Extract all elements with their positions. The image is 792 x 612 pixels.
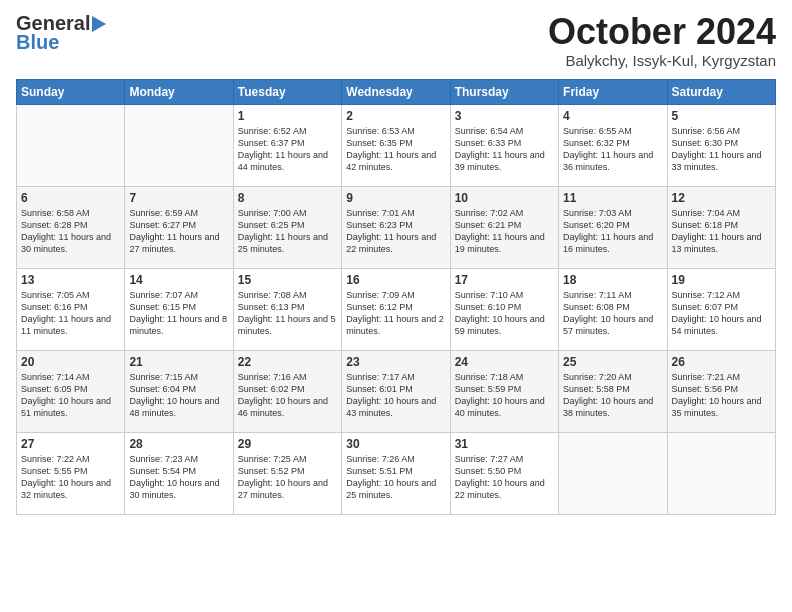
- month-title: October 2024: [548, 12, 776, 52]
- weekday-header-monday: Monday: [125, 79, 233, 104]
- day-number: 23: [346, 355, 445, 369]
- day-cell: 4Sunrise: 6:55 AM Sunset: 6:32 PM Daylig…: [559, 104, 667, 186]
- day-info: Sunrise: 7:27 AM Sunset: 5:50 PM Dayligh…: [455, 453, 554, 502]
- day-cell: 3Sunrise: 6:54 AM Sunset: 6:33 PM Daylig…: [450, 104, 558, 186]
- day-info: Sunrise: 7:01 AM Sunset: 6:23 PM Dayligh…: [346, 207, 445, 256]
- week-row-4: 27Sunrise: 7:22 AM Sunset: 5:55 PM Dayli…: [17, 432, 776, 514]
- day-number: 21: [129, 355, 228, 369]
- day-cell: 23Sunrise: 7:17 AM Sunset: 6:01 PM Dayli…: [342, 350, 450, 432]
- day-info: Sunrise: 6:55 AM Sunset: 6:32 PM Dayligh…: [563, 125, 662, 174]
- day-info: Sunrise: 6:54 AM Sunset: 6:33 PM Dayligh…: [455, 125, 554, 174]
- day-number: 25: [563, 355, 662, 369]
- day-cell: 16Sunrise: 7:09 AM Sunset: 6:12 PM Dayli…: [342, 268, 450, 350]
- header: General Blue October 2024 Balykchy, Issy…: [16, 12, 776, 69]
- weekday-header-wednesday: Wednesday: [342, 79, 450, 104]
- week-row-3: 20Sunrise: 7:14 AM Sunset: 6:05 PM Dayli…: [17, 350, 776, 432]
- week-row-1: 6Sunrise: 6:58 AM Sunset: 6:28 PM Daylig…: [17, 186, 776, 268]
- day-number: 31: [455, 437, 554, 451]
- day-number: 4: [563, 109, 662, 123]
- day-cell: 15Sunrise: 7:08 AM Sunset: 6:13 PM Dayli…: [233, 268, 341, 350]
- day-info: Sunrise: 7:26 AM Sunset: 5:51 PM Dayligh…: [346, 453, 445, 502]
- day-number: 22: [238, 355, 337, 369]
- day-cell: 18Sunrise: 7:11 AM Sunset: 6:08 PM Dayli…: [559, 268, 667, 350]
- day-number: 19: [672, 273, 771, 287]
- day-info: Sunrise: 7:12 AM Sunset: 6:07 PM Dayligh…: [672, 289, 771, 338]
- weekday-header-tuesday: Tuesday: [233, 79, 341, 104]
- day-number: 12: [672, 191, 771, 205]
- day-info: Sunrise: 7:03 AM Sunset: 6:20 PM Dayligh…: [563, 207, 662, 256]
- page-container: General Blue October 2024 Balykchy, Issy…: [0, 0, 792, 523]
- day-number: 24: [455, 355, 554, 369]
- location: Balykchy, Issyk-Kul, Kyrgyzstan: [548, 52, 776, 69]
- weekday-header-saturday: Saturday: [667, 79, 775, 104]
- day-info: Sunrise: 6:52 AM Sunset: 6:37 PM Dayligh…: [238, 125, 337, 174]
- weekday-header-sunday: Sunday: [17, 79, 125, 104]
- day-number: 3: [455, 109, 554, 123]
- day-number: 15: [238, 273, 337, 287]
- day-cell: 5Sunrise: 6:56 AM Sunset: 6:30 PM Daylig…: [667, 104, 775, 186]
- day-info: Sunrise: 7:02 AM Sunset: 6:21 PM Dayligh…: [455, 207, 554, 256]
- day-info: Sunrise: 7:23 AM Sunset: 5:54 PM Dayligh…: [129, 453, 228, 502]
- day-cell: 22Sunrise: 7:16 AM Sunset: 6:02 PM Dayli…: [233, 350, 341, 432]
- day-cell: 13Sunrise: 7:05 AM Sunset: 6:16 PM Dayli…: [17, 268, 125, 350]
- day-info: Sunrise: 7:05 AM Sunset: 6:16 PM Dayligh…: [21, 289, 120, 338]
- week-row-2: 13Sunrise: 7:05 AM Sunset: 6:16 PM Dayli…: [17, 268, 776, 350]
- day-cell: 2Sunrise: 6:53 AM Sunset: 6:35 PM Daylig…: [342, 104, 450, 186]
- day-cell: 11Sunrise: 7:03 AM Sunset: 6:20 PM Dayli…: [559, 186, 667, 268]
- day-number: 29: [238, 437, 337, 451]
- day-number: 27: [21, 437, 120, 451]
- day-info: Sunrise: 7:18 AM Sunset: 5:59 PM Dayligh…: [455, 371, 554, 420]
- day-number: 5: [672, 109, 771, 123]
- day-cell: 7Sunrise: 6:59 AM Sunset: 6:27 PM Daylig…: [125, 186, 233, 268]
- day-cell: 8Sunrise: 7:00 AM Sunset: 6:25 PM Daylig…: [233, 186, 341, 268]
- day-cell: 26Sunrise: 7:21 AM Sunset: 5:56 PM Dayli…: [667, 350, 775, 432]
- day-number: 30: [346, 437, 445, 451]
- day-number: 1: [238, 109, 337, 123]
- logo-arrow-icon: [92, 16, 106, 32]
- day-cell: 20Sunrise: 7:14 AM Sunset: 6:05 PM Dayli…: [17, 350, 125, 432]
- day-info: Sunrise: 7:07 AM Sunset: 6:15 PM Dayligh…: [129, 289, 228, 338]
- day-number: 17: [455, 273, 554, 287]
- day-cell: 24Sunrise: 7:18 AM Sunset: 5:59 PM Dayli…: [450, 350, 558, 432]
- day-cell: 17Sunrise: 7:10 AM Sunset: 6:10 PM Dayli…: [450, 268, 558, 350]
- day-cell: [17, 104, 125, 186]
- weekday-header-row: SundayMondayTuesdayWednesdayThursdayFrid…: [17, 79, 776, 104]
- day-cell: 19Sunrise: 7:12 AM Sunset: 6:07 PM Dayli…: [667, 268, 775, 350]
- day-cell: 12Sunrise: 7:04 AM Sunset: 6:18 PM Dayli…: [667, 186, 775, 268]
- day-info: Sunrise: 7:08 AM Sunset: 6:13 PM Dayligh…: [238, 289, 337, 338]
- weekday-header-friday: Friday: [559, 79, 667, 104]
- calendar-body: 1Sunrise: 6:52 AM Sunset: 6:37 PM Daylig…: [17, 104, 776, 514]
- day-cell: 1Sunrise: 6:52 AM Sunset: 6:37 PM Daylig…: [233, 104, 341, 186]
- day-info: Sunrise: 7:10 AM Sunset: 6:10 PM Dayligh…: [455, 289, 554, 338]
- day-number: 28: [129, 437, 228, 451]
- day-info: Sunrise: 7:20 AM Sunset: 5:58 PM Dayligh…: [563, 371, 662, 420]
- day-info: Sunrise: 7:22 AM Sunset: 5:55 PM Dayligh…: [21, 453, 120, 502]
- day-cell: [559, 432, 667, 514]
- day-cell: 27Sunrise: 7:22 AM Sunset: 5:55 PM Dayli…: [17, 432, 125, 514]
- day-info: Sunrise: 7:15 AM Sunset: 6:04 PM Dayligh…: [129, 371, 228, 420]
- day-info: Sunrise: 6:56 AM Sunset: 6:30 PM Dayligh…: [672, 125, 771, 174]
- day-number: 20: [21, 355, 120, 369]
- day-number: 16: [346, 273, 445, 287]
- day-cell: 21Sunrise: 7:15 AM Sunset: 6:04 PM Dayli…: [125, 350, 233, 432]
- day-number: 14: [129, 273, 228, 287]
- day-cell: [125, 104, 233, 186]
- day-info: Sunrise: 7:25 AM Sunset: 5:52 PM Dayligh…: [238, 453, 337, 502]
- day-info: Sunrise: 6:58 AM Sunset: 6:28 PM Dayligh…: [21, 207, 120, 256]
- day-info: Sunrise: 6:59 AM Sunset: 6:27 PM Dayligh…: [129, 207, 228, 256]
- day-number: 8: [238, 191, 337, 205]
- day-number: 7: [129, 191, 228, 205]
- day-cell: [667, 432, 775, 514]
- day-cell: 10Sunrise: 7:02 AM Sunset: 6:21 PM Dayli…: [450, 186, 558, 268]
- day-cell: 14Sunrise: 7:07 AM Sunset: 6:15 PM Dayli…: [125, 268, 233, 350]
- logo-blue: Blue: [16, 31, 59, 54]
- day-cell: 28Sunrise: 7:23 AM Sunset: 5:54 PM Dayli…: [125, 432, 233, 514]
- day-cell: 29Sunrise: 7:25 AM Sunset: 5:52 PM Dayli…: [233, 432, 341, 514]
- day-number: 11: [563, 191, 662, 205]
- day-info: Sunrise: 7:00 AM Sunset: 6:25 PM Dayligh…: [238, 207, 337, 256]
- title-section: October 2024 Balykchy, Issyk-Kul, Kyrgyz…: [548, 12, 776, 69]
- day-number: 6: [21, 191, 120, 205]
- day-info: Sunrise: 7:09 AM Sunset: 6:12 PM Dayligh…: [346, 289, 445, 338]
- day-info: Sunrise: 6:53 AM Sunset: 6:35 PM Dayligh…: [346, 125, 445, 174]
- day-info: Sunrise: 7:11 AM Sunset: 6:08 PM Dayligh…: [563, 289, 662, 338]
